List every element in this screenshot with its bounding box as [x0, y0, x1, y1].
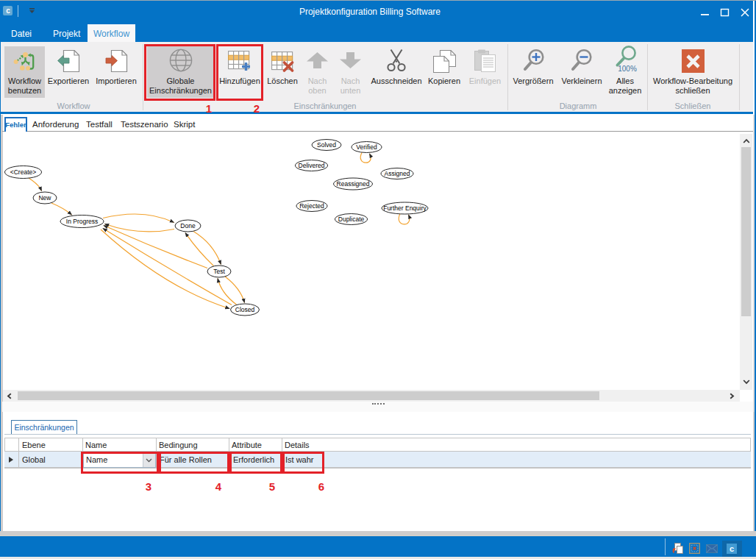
svg-text:Assigned: Assigned [385, 170, 410, 177]
svg-text:Solved: Solved [317, 141, 336, 149]
svg-text:Verified: Verified [356, 143, 377, 151]
svg-text:In Progress: In Progress [66, 218, 98, 225]
svg-text:Further Enquiry: Further Enquiry [383, 204, 427, 212]
svg-text:Reassigned: Reassigned [337, 180, 370, 188]
svg-text:Test: Test [213, 268, 225, 275]
svg-text:Closed: Closed [235, 306, 255, 313]
svg-text:Rejected: Rejected [299, 202, 324, 210]
svg-text:Done: Done [180, 222, 196, 229]
svg-text:New: New [38, 194, 51, 202]
svg-text:100%: 100% [618, 65, 637, 73]
svg-text:<Create>: <Create> [10, 168, 36, 176]
svg-text:Duplicate: Duplicate [338, 216, 365, 223]
svg-text:Delivered: Delivered [299, 162, 325, 169]
